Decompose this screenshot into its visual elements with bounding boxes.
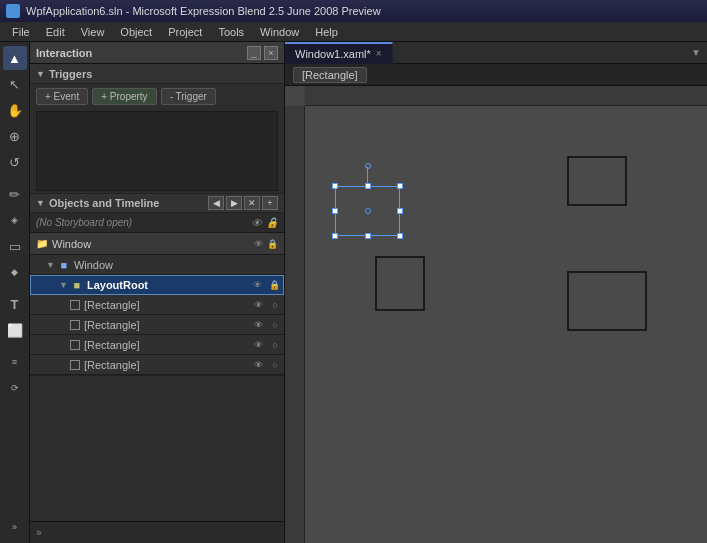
menu-file[interactable]: File: [4, 24, 38, 40]
select-tool[interactable]: ▲: [3, 46, 27, 70]
rect4-lock-icon[interactable]: ○: [268, 358, 282, 372]
title-text: WpfApplication6.sln - Microsoft Expressi…: [26, 5, 381, 17]
rect2-icon: [70, 320, 80, 330]
breadcrumb-item[interactable]: [Rectangle]: [293, 67, 367, 83]
tab-dropdown[interactable]: ▼: [685, 44, 707, 61]
storyboard-lock-icon[interactable]: 🔒: [266, 217, 278, 229]
tab-window1-xaml[interactable]: Window1.xaml* ×: [285, 42, 393, 64]
rect-4[interactable]: [567, 271, 647, 331]
rect-selected[interactable]: [335, 186, 400, 236]
layer-row-window[interactable]: ▼ ■ Window: [30, 255, 284, 275]
remove-trigger-button[interactable]: - Trigger: [161, 88, 216, 105]
layoutroot-eye-icon[interactable]: 👁: [250, 278, 264, 292]
layer-row-rect2[interactable]: [Rectangle] 👁 ○: [30, 315, 284, 335]
objects-toggle[interactable]: ▼: [36, 198, 45, 208]
menu-project[interactable]: Project: [160, 24, 210, 40]
panel-controls: _ ×: [247, 46, 278, 60]
objects-controls: ◀ ▶ ✕ +: [208, 196, 278, 210]
rect1-eye-icon[interactable]: 👁: [251, 298, 265, 312]
rect2-lock-icon[interactable]: ○: [268, 318, 282, 332]
menu-object[interactable]: Object: [112, 24, 160, 40]
handle-bottom-left[interactable]: [332, 233, 338, 239]
rect3-eye-icon[interactable]: 👁: [251, 338, 265, 352]
delete-layer-button[interactable]: ✕: [244, 196, 260, 210]
menu-window[interactable]: Window: [252, 24, 307, 40]
layer-toggle-layoutroot[interactable]: ▼: [59, 280, 68, 290]
zoom-tool[interactable]: ⊕: [3, 124, 27, 148]
text-tool[interactable]: T: [3, 292, 27, 316]
rect3-lock-icon[interactable]: ○: [268, 338, 282, 352]
move-up-button[interactable]: ◀: [208, 196, 224, 210]
handle-top-middle[interactable]: [365, 183, 371, 189]
shape-tool[interactable]: ▭: [3, 234, 27, 258]
rect-3[interactable]: [375, 256, 425, 311]
layer-name-rect1: [Rectangle]: [84, 299, 251, 311]
pen-tool[interactable]: ✏: [3, 182, 27, 206]
direct-select-tool[interactable]: ↖: [3, 72, 27, 96]
menu-edit[interactable]: Edit: [38, 24, 73, 40]
rect4-actions: 👁 ○: [251, 358, 282, 372]
window-group-header[interactable]: 📁 Window 👁 🔒: [30, 233, 284, 255]
rect-2[interactable]: [567, 156, 627, 206]
folder-icon: 📁: [36, 238, 48, 249]
window-group-label: Window: [52, 238, 91, 250]
layer-row-layoutroot[interactable]: ▼ ■ LayoutRoot 👁 🔒: [30, 275, 284, 295]
title-bar: WpfApplication6.sln - Microsoft Expressi…: [0, 0, 707, 22]
menu-tools[interactable]: Tools: [210, 24, 252, 40]
triggers-toggle[interactable]: ▼: [36, 69, 45, 79]
canvas-area[interactable]: [285, 86, 707, 543]
grid-tool[interactable]: ≡: [3, 350, 27, 374]
layoutroot-actions: 👁 🔒: [250, 278, 281, 292]
layer-name-rect2: [Rectangle]: [84, 319, 251, 331]
move-down-button[interactable]: ▶: [226, 196, 242, 210]
layer-row-rect1[interactable]: [Rectangle] 👁 ○: [30, 295, 284, 315]
ruler-horizontal: [305, 86, 707, 106]
layer-row-rect4[interactable]: [Rectangle] 👁 ○: [30, 355, 284, 375]
objects-title: Objects and Timeline: [49, 197, 159, 209]
triggers-section-header: ▼ Triggers: [30, 64, 284, 84]
breadcrumb: [Rectangle]: [285, 64, 707, 86]
rect2-eye-icon[interactable]: 👁: [251, 318, 265, 332]
menu-view[interactable]: View: [73, 24, 113, 40]
handle-top-left[interactable]: [332, 183, 338, 189]
handle-top-right[interactable]: [397, 183, 403, 189]
layer-row-rect3[interactable]: [Rectangle] 👁 ○: [30, 335, 284, 355]
layer-name-window: Window: [74, 259, 284, 271]
tab-close-button[interactable]: ×: [376, 48, 382, 59]
window-group: 📁 Window 👁 🔒 ▼ ■ Window ▼: [30, 233, 284, 376]
app-icon: [6, 4, 20, 18]
layoutroot-lock-icon[interactable]: 🔒: [267, 278, 281, 292]
triggers-title: Triggers: [49, 68, 92, 80]
add-event-button[interactable]: + Event: [36, 88, 88, 105]
more-tools[interactable]: »: [3, 515, 27, 539]
storyboard-bar: (No Storyboard open) 👁 🔒: [30, 213, 284, 233]
add-layer-button[interactable]: +: [262, 196, 278, 210]
panel-close[interactable]: ×: [264, 46, 278, 60]
canvas-content[interactable]: [305, 106, 707, 543]
add-property-button[interactable]: + Property: [92, 88, 156, 105]
menu-help[interactable]: Help: [307, 24, 346, 40]
rect1-lock-icon[interactable]: ○: [268, 298, 282, 312]
rotation-handle[interactable]: [365, 163, 371, 169]
asset-tool[interactable]: ⟳: [3, 376, 27, 400]
panel-minimize[interactable]: _: [247, 46, 261, 60]
objects-timeline-section: ▼ Objects and Timeline ◀ ▶ ✕ + (No Story…: [30, 193, 284, 521]
handle-bottom-right[interactable]: [397, 233, 403, 239]
expand-button[interactable]: »: [36, 527, 42, 538]
rect3-icon: [70, 340, 80, 350]
layer-name-rect4: [Rectangle]: [84, 359, 251, 371]
rect4-eye-icon[interactable]: 👁: [251, 358, 265, 372]
node-tool[interactable]: ◈: [3, 208, 27, 232]
handle-middle-right[interactable]: [397, 208, 403, 214]
layer-toggle-window[interactable]: ▼: [46, 260, 55, 270]
storyboard-eye-icon[interactable]: 👁: [251, 217, 262, 229]
rect-tool[interactable]: ⬜: [3, 318, 27, 342]
panel-bottom-toolbar: »: [30, 521, 284, 543]
pan-tool[interactable]: ✋: [3, 98, 27, 122]
window-lock-icon[interactable]: 🔒: [267, 239, 278, 249]
window-eye-icon[interactable]: 👁: [254, 239, 263, 249]
rotate-tool[interactable]: ↺: [3, 150, 27, 174]
handle-bottom-middle[interactable]: [365, 233, 371, 239]
handle-middle-left[interactable]: [332, 208, 338, 214]
fill-tool[interactable]: ◆: [3, 260, 27, 284]
